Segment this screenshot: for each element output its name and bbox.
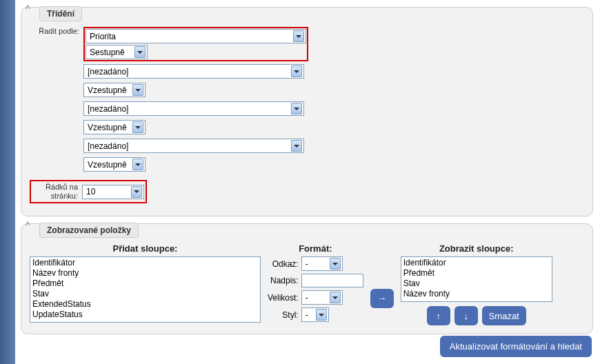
chevron-down-icon [132, 84, 143, 96]
list-item[interactable]: Stav [31, 289, 259, 299]
sort-field-2[interactable]: [nezadáno] [83, 64, 304, 79]
list-item[interactable]: Identifikátor [402, 258, 551, 268]
list-item[interactable]: Předmět [31, 279, 259, 289]
list-item[interactable]: Stav [402, 279, 551, 289]
chevron-down-icon [316, 309, 327, 321]
sort-field-3[interactable]: [nezadáno] [83, 101, 304, 116]
format-link-label: Odkaz: [268, 259, 299, 269]
format-link-select[interactable]: - [301, 256, 343, 271]
format-size-select[interactable]: - [301, 290, 343, 305]
rows-per-page-label: Řádků na stránku: [32, 183, 82, 201]
format-style-select[interactable]: - [301, 307, 329, 322]
format-title-label: Nadpis: [268, 276, 299, 285]
delete-button[interactable]: Smazat [482, 306, 526, 325]
list-item[interactable]: ExtendedStatus [31, 299, 259, 310]
chevron-down-icon [330, 258, 341, 270]
columns-title: Zobrazované položky [39, 223, 139, 238]
sort-dir-3[interactable]: Vzestupně [83, 120, 146, 134]
move-up-button[interactable]: ↑ [427, 306, 450, 325]
list-item[interactable]: Identifikátor [31, 258, 259, 268]
add-columns-list[interactable]: Identifikátor Název fronty Předmět Stav … [30, 256, 261, 323]
chevron-down-icon [291, 103, 302, 114]
move-right-button[interactable]: → [370, 289, 394, 308]
columns-panel: ^ Zobrazované položky Přidat sloupce: Id… [21, 223, 593, 334]
format-header: Formát: [299, 243, 332, 254]
sorting-panel: ^ Třídění Řadit podle: Priorita Sestupně [21, 7, 593, 216]
sort-dir-2[interactable]: Vzestupně [83, 83, 146, 97]
chevron-down-icon [132, 159, 143, 170]
sort-field-1[interactable]: Priorita [86, 29, 306, 43]
chevron-down-icon [132, 121, 143, 133]
list-item[interactable]: Název fronty [31, 268, 259, 279]
rows-per-page-select[interactable]: 10 [82, 185, 144, 199]
list-item[interactable]: UpdateStatus [31, 310, 259, 320]
chevron-down-icon [291, 65, 302, 77]
chevron-down-icon [131, 186, 142, 198]
format-size-label: Velikost: [268, 293, 299, 303]
submit-button[interactable]: Aktualizovat formátování a hledat [440, 336, 592, 357]
chevron-down-icon [291, 140, 302, 152]
list-item[interactable]: Předmět [402, 268, 551, 279]
collapse-icon[interactable]: ^ [26, 3, 30, 14]
format-title-input[interactable] [301, 274, 363, 287]
sorting-title: Třídění [39, 6, 82, 21]
add-columns-header: Přidat sloupce: [113, 243, 178, 254]
sort-dir-1[interactable]: Sestupně [86, 45, 148, 59]
collapse-icon[interactable]: ^ [26, 220, 30, 231]
chevron-down-icon [134, 46, 146, 58]
show-columns-header: Zobrazit sloupce: [439, 243, 514, 254]
chevron-down-icon [293, 30, 304, 42]
list-item[interactable]: Název fronty [402, 289, 551, 299]
move-down-button[interactable]: ↓ [454, 306, 478, 325]
sort-dir-4[interactable]: Vzestupně [83, 157, 146, 172]
format-style-label: Styl: [268, 310, 299, 320]
sort-by-label: Řadit podle: [30, 27, 83, 36]
show-columns-list[interactable]: Identifikátor Předmět Stav Název fronty [401, 256, 552, 302]
chevron-down-icon [330, 292, 341, 303]
sort-field-4[interactable]: [nezadáno] [83, 139, 304, 153]
